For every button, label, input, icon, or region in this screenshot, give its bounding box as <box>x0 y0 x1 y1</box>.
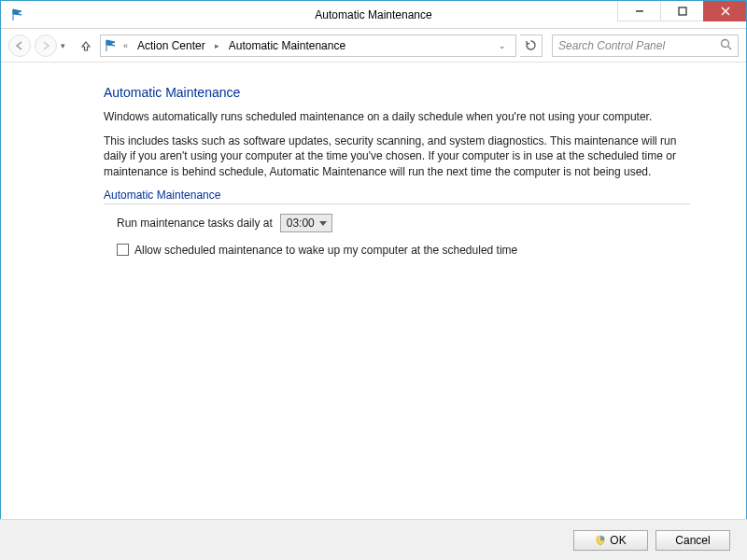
up-button[interactable] <box>76 35 96 56</box>
shield-icon <box>595 535 606 546</box>
footer: OK Cancel <box>0 519 747 560</box>
window-controls <box>617 1 746 21</box>
forward-button[interactable] <box>35 35 57 57</box>
chevron-left-icon: « <box>121 41 130 50</box>
search-box[interactable] <box>552 35 739 57</box>
content-area: Automatic Maintenance Windows automatica… <box>1 63 746 511</box>
search-icon <box>720 38 732 53</box>
ok-label: OK <box>610 534 626 547</box>
nav-bar: ▾ « Action Center ▸ Automatic Maintenanc… <box>1 29 746 63</box>
cancel-button[interactable]: Cancel <box>655 530 730 551</box>
ok-button[interactable]: OK <box>573 530 648 551</box>
history-dropdown-icon[interactable]: ▾ <box>61 41 72 50</box>
schedule-time-value: 03:00 <box>287 217 315 230</box>
search-input[interactable] <box>558 39 720 52</box>
svg-rect-1 <box>679 7 686 15</box>
wake-row: Allow scheduled maintenance to wake up m… <box>104 244 690 257</box>
schedule-row: Run maintenance tasks daily at 03:00 <box>104 214 690 232</box>
address-dropdown-icon[interactable]: ⌄ <box>493 41 512 50</box>
close-button[interactable] <box>703 1 746 21</box>
flag-icon <box>105 39 118 52</box>
svg-line-5 <box>728 46 732 49</box>
back-button[interactable] <box>8 35 31 57</box>
chevron-right-icon: ▸ <box>213 41 221 50</box>
wake-checkbox[interactable] <box>117 244 129 256</box>
schedule-label: Run maintenance tasks daily at <box>117 217 273 230</box>
breadcrumb-item[interactable]: Automatic Maintenance <box>225 39 349 52</box>
page-heading: Automatic Maintenance <box>104 85 690 100</box>
title-bar: Automatic Maintenance <box>1 1 746 29</box>
breadcrumb-item[interactable]: Action Center <box>134 39 209 52</box>
flag-icon <box>8 6 27 24</box>
wake-label: Allow scheduled maintenance to wake up m… <box>134 244 517 257</box>
address-bar[interactable]: « Action Center ▸ Automatic Maintenance … <box>100 35 516 57</box>
maximize-button[interactable] <box>660 1 703 21</box>
svg-point-4 <box>722 39 729 47</box>
cancel-label: Cancel <box>675 534 710 547</box>
refresh-button[interactable] <box>520 35 543 57</box>
details-text: This includes tasks such as software upd… <box>104 133 690 179</box>
section-label: Automatic Maintenance <box>104 189 690 204</box>
intro-text: Windows automatically runs scheduled mai… <box>104 109 690 124</box>
schedule-time-select[interactable]: 03:00 <box>280 214 332 232</box>
minimize-button[interactable] <box>617 1 660 21</box>
